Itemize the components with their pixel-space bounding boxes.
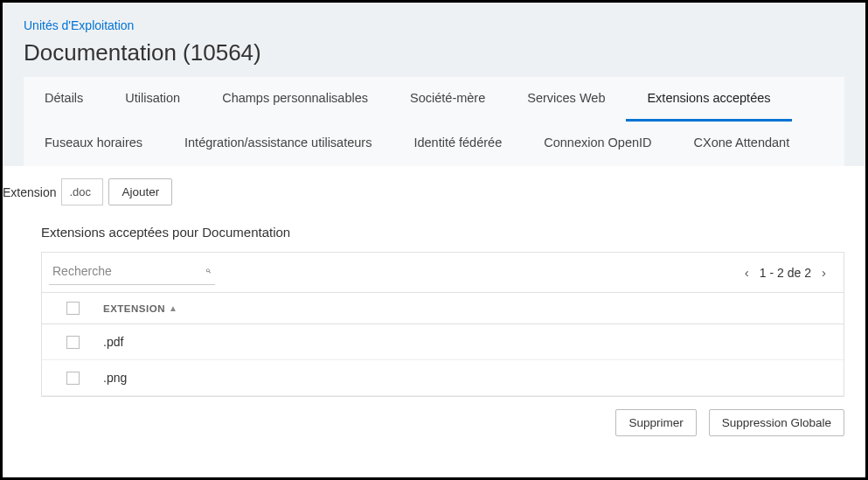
section-title: Extensions acceptées pour Documentation [41, 225, 865, 240]
row-checkbox[interactable] [66, 336, 80, 349]
tabs-container: Détails Utilisation Champs personnalisab… [24, 77, 844, 166]
column-header-extension[interactable]: EXTENSION ▲ [103, 303, 177, 314]
pagination-prev-icon[interactable]: ‹ [745, 265, 749, 280]
search-input[interactable] [52, 264, 205, 278]
select-all-checkbox[interactable] [66, 302, 80, 315]
pagination-text: 1 - 2 de 2 [760, 266, 811, 280]
row-checkbox[interactable] [66, 372, 80, 385]
extension-cell: .pdf [103, 335, 123, 349]
breadcrumb[interactable]: Unités d'Exploitation [24, 18, 844, 32]
extension-input[interactable] [61, 178, 103, 205]
tab-integration[interactable]: Intégration/assistance utilisateurs [163, 122, 392, 166]
table-row: .pdf [42, 324, 844, 360]
add-button[interactable]: Ajouter [108, 178, 172, 205]
pagination: ‹ 1 - 2 de 2 › [745, 265, 826, 280]
sort-asc-icon: ▲ [169, 303, 177, 313]
page-title: Documentation (10564) [24, 39, 844, 66]
tab-services-web[interactable]: Services Web [506, 77, 626, 122]
tab-societe[interactable]: Société-mère [389, 77, 506, 122]
tab-identite[interactable]: Identité fédérée [392, 122, 523, 166]
tab-fuseaux[interactable]: Fuseaux horaires [24, 122, 163, 166]
table-container: ‹ 1 - 2 de 2 › EXTENSION ▲ .pdf [41, 252, 844, 397]
tab-details[interactable]: Détails [24, 77, 104, 122]
search-wrap [49, 260, 215, 285]
tab-extensions[interactable]: Extensions acceptées [626, 77, 791, 122]
pagination-next-icon[interactable]: › [822, 265, 826, 280]
tab-cxone[interactable]: CXone Attendant [673, 122, 811, 166]
tab-champs[interactable]: Champs personnalisables [201, 77, 389, 122]
table-header: EXTENSION ▲ [42, 292, 844, 324]
search-icon[interactable] [205, 263, 212, 279]
column-header-extension-label: EXTENSION [103, 303, 165, 314]
tab-utilisation[interactable]: Utilisation [104, 77, 201, 122]
global-delete-button[interactable]: Suppression Globale [709, 409, 844, 436]
tab-openid[interactable]: Connexion OpenID [523, 122, 672, 166]
extension-label: Extension [3, 185, 56, 199]
extension-cell: .png [103, 371, 127, 385]
table-row: .png [42, 360, 844, 396]
delete-button[interactable]: Supprimer [615, 409, 696, 436]
